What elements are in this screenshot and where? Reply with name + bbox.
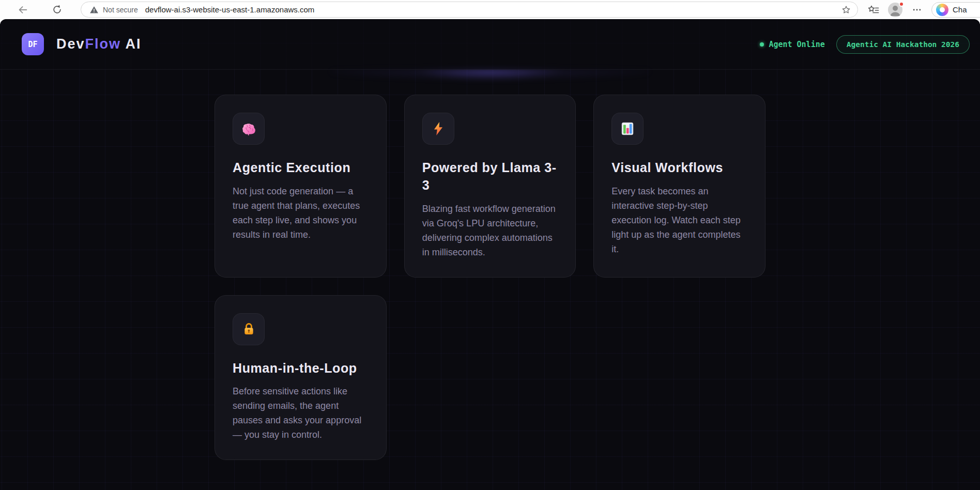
card-title: Agentic Execution <box>233 159 369 177</box>
card-icon-tile <box>233 113 265 145</box>
browser-chrome: Not secure devflow-ai.s3-website-us-east… <box>0 0 980 19</box>
feature-card-visual-workflows: Visual Workflows Every task becomes an i… <box>593 95 765 278</box>
page: DF DevFlow AI Agent Online Agentic AI Ha… <box>0 19 980 490</box>
url-text[interactable]: devflow-ai.s3-website-us-east-1.amazonaw… <box>145 5 837 14</box>
card-icon-tile <box>422 113 454 145</box>
status-dot-icon <box>760 42 764 47</box>
lock-icon <box>241 321 256 336</box>
card-description: Not just code generation — a true agent … <box>233 184 369 242</box>
more-menu-button[interactable] <box>910 3 924 17</box>
bookmark-star-icon[interactable] <box>841 5 851 15</box>
feature-card-human-in-the-loop: Human-in-the-Loop Before sensitive actio… <box>215 295 387 461</box>
card-title: Powered by Llama 3-3 <box>422 159 558 194</box>
header-right: Agent Online Agentic AI Hackathon 2026 <box>760 35 970 54</box>
card-icon-tile <box>233 313 265 345</box>
copilot-button[interactable]: Cha <box>931 2 980 18</box>
card-title: Human-in-the-Loop <box>233 360 369 377</box>
address-bar[interactable]: Not secure devflow-ai.s3-website-us-east… <box>81 2 858 18</box>
notification-dot <box>899 2 904 7</box>
brand-ai: AI <box>121 36 142 52</box>
agent-status-label: Agent Online <box>769 40 824 49</box>
feature-card-powered-by-llama: Powered by Llama 3-3 Blazing fast workfl… <box>404 95 576 278</box>
brand-dev: Dev <box>56 36 85 52</box>
brand-wordmark: DevFlow AI <box>56 36 142 52</box>
agent-status: Agent Online <box>760 40 824 49</box>
card-icon-tile <box>611 113 644 145</box>
ellipsis-icon <box>912 5 922 15</box>
favorites-star-list-icon <box>867 4 880 16</box>
card-description: Blazing fast workflow generation via Gro… <box>422 202 558 259</box>
features-grid: Agentic Execution Not just code generati… <box>215 95 765 460</box>
brain-icon <box>241 121 257 137</box>
site-header: DF DevFlow AI Agent Online Agentic AI Ha… <box>0 19 980 70</box>
favorites-button[interactable] <box>866 3 881 17</box>
hero-glow <box>330 69 650 85</box>
brand: DF DevFlow AI <box>22 33 142 55</box>
bar-chart-icon <box>620 121 635 136</box>
lightning-icon <box>432 121 445 136</box>
back-button[interactable] <box>16 3 30 17</box>
refresh-icon <box>52 4 63 15</box>
feature-card-agentic-execution: Agentic Execution Not just code generati… <box>215 95 387 278</box>
copilot-label: Cha <box>953 5 967 14</box>
copilot-icon <box>936 4 948 16</box>
not-secure-label: Not secure <box>103 6 138 14</box>
profile-button[interactable] <box>888 3 902 17</box>
card-description: Before sensitive actions like sending em… <box>233 384 369 442</box>
refresh-button[interactable] <box>50 3 64 17</box>
card-title: Visual Workflows <box>611 159 747 177</box>
back-arrow-icon <box>17 4 28 16</box>
brand-flow: Flow <box>85 36 121 52</box>
not-secure-warning-icon <box>89 5 99 14</box>
brand-logo: DF <box>22 33 44 55</box>
hackathon-badge: Agentic AI Hackathon 2026 <box>836 35 970 54</box>
card-description: Every task becomes an interactive step-b… <box>611 184 747 256</box>
